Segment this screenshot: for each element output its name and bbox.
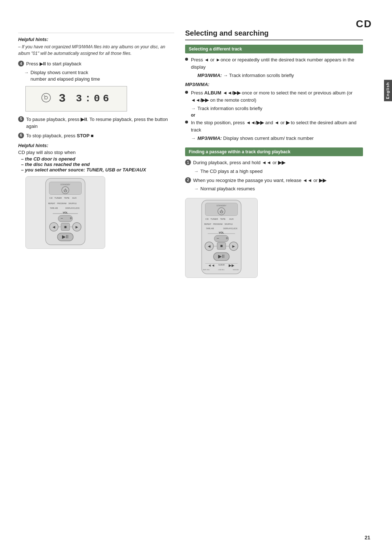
finding-step-2: 2 When you recognize the passage you wan… [185,177,363,184]
play-symbol: ▶ [40,61,43,66]
selecting-track-header: Selecting a different track [185,45,363,53]
top-divider [18,33,174,33]
svg-text:STANDBY: STANDBY [216,204,226,207]
bullet-1-content: Press ◄ or ►once or repeatedly until the… [191,56,363,70]
finding-step-2-sub-text: Normal playback resumes [200,186,255,191]
page-number: 21 [364,535,370,540]
bullet-2-content: Press ALBUM ◄◄/▶▶ once or more to select… [191,89,363,104]
svg-text:USB REC: USB REC [218,269,225,271]
svg-text:ALBUM: ALBUM [218,264,224,266]
display-track: 3 [59,92,69,105]
bullet-3-content: In the stop position, press ◄◄/▶▶ and ◄ … [191,119,363,133]
pause-symbol: II [43,61,46,66]
svg-text:■: ■ [64,224,66,230]
helpful-hints-1-text: – If you have not organized MP3/WMA file… [18,44,174,57]
svg-text:AUX: AUX [229,218,234,220]
svg-text:STANDBY: STANDBY [60,183,70,186]
svg-text:▶II: ▶II [218,254,224,259]
svg-text:AUX: AUX [72,197,77,199]
helpful-hints-1-title: Helpful hints: [18,37,174,42]
bullet-1-sub: MP3/WMA: → Track information scrolls bri… [191,73,363,78]
display-time: 3:06 [76,93,112,104]
svg-text:▶▶: ▶▶ [229,263,234,267]
arrow-b1 [191,73,196,78]
step-6: 6 To stop playback, press STOP ■ [18,132,174,139]
arrow-b2: → [191,106,196,111]
remote-image-right: STANDBY ⏻ CD TUNER TAPE AUX REPEAT PROGR… [185,198,258,278]
remote-image-left: STANDBY ⏻ CD TUNER TAPE AUX REPEAT PROGR… [25,176,105,249]
svg-text:▶II: ▶II [62,234,68,239]
step-4-sub1: → Display shows current track [24,70,174,75]
svg-text:TUNER: TUNER [54,197,62,199]
svg-text:REPEAT: REPEAT [204,223,211,225]
arrow-1: → [24,70,29,75]
svg-text:⏻: ⏻ [64,189,67,193]
svg-text:−: − [217,236,219,241]
svg-text:−: − [61,216,63,221]
svg-text:PROGRAM: PROGRAM [213,223,222,225]
step-5-content: To pause playback, press ▶II. To resume … [26,116,174,130]
helpful-hints-2-b2: – the disc has reached the end [21,162,174,167]
left-column: Helpful hints: – If you have not organiz… [18,29,174,281]
bullet-3-sub: → MP3/WMA: Display shows current album/ … [191,135,363,141]
display-icon: 8 ↻ [41,92,52,105]
svg-text:►: ► [232,244,236,249]
arrow-f1: → [194,169,199,174]
finding-step-2-num: 2 [185,177,191,183]
svg-text:◄: ◄ [207,244,211,249]
arrow-2 [24,76,29,82]
finding-passage-header: Finding a passage within a track during … [185,147,363,156]
bullet-2-sub1-text: Track information scrolls briefly [197,106,262,111]
step-4: 4 Press ▶II to start playback [18,60,174,68]
bullet-2-sub1: → Track information scrolls briefly [191,106,363,111]
svg-point-0 [42,93,50,102]
finding-step-1: 1 During playback, press and hold ◄◄ or … [185,159,363,166]
bullet-3-sub-text: MP3/WMA: Display shows current album/ tr… [197,135,314,141]
svg-text:TAPE REC: TAPE REC [203,269,210,271]
step-4-num: 4 [18,61,24,66]
step-4-sub2-text: number and elapsed playing time [30,76,100,82]
arrow-f2: → [194,186,199,191]
svg-text:⏻: ⏻ [220,210,223,214]
svg-text:DISPLAY/CLOCK: DISPLAY/CLOCK [223,228,238,230]
svg-text:REPEAT: REPEAT [48,203,55,204]
svg-text:8: 8 [44,95,48,97]
step-5: 5 To pause playback, press ▶II. To resum… [18,116,174,130]
helpful-hints-2-b3: – you select another source: TUNER, USB … [21,167,174,173]
bullet-1: Press ◄ or ►once or repeatedly until the… [185,56,363,70]
svg-text:TAPE A/B: TAPE A/B [50,207,58,209]
finding-step-1-sub-text: The CD plays at a high speed [200,169,262,174]
display-inner: 8 ↻ 3 3:06 [41,92,112,105]
step-6-num: 6 [18,133,24,138]
display-box: 8 ↻ 3 3:06 [25,86,127,112]
finding-step-2-sub: → Normal playback resumes [194,186,363,191]
svg-text:SHUFFLE: SHUFFLE [69,203,77,204]
step-4-content: Press ▶II to start playback [26,60,81,68]
section-title: Selecting and searching [185,29,363,40]
svg-text:TAPE: TAPE [64,197,69,199]
svg-text:◄: ◄ [52,224,56,230]
arrow-b3: → [191,135,196,141]
mp3wma-subheading: MP3/WMA: [185,82,363,87]
svg-text:TUNER: TUNER [211,218,218,220]
svg-text:TAPE: TAPE [220,218,225,220]
finding-step-1-sub: → The CD plays at a high speed [194,169,363,174]
svg-text:SNOOZE: SNOOZE [233,269,239,271]
english-tab: English [384,80,392,101]
svg-text:◄◄: ◄◄ [208,263,215,267]
svg-text:►: ► [75,224,79,230]
finding-step-1-content: During playback, press and hold ◄◄ or ▶▶ [193,159,285,166]
svg-text:+: + [226,236,228,241]
bullet-3: In the stop position, press ◄◄/▶▶ and ◄ … [185,119,363,133]
helpful-hints-2-intro: CD play will also stop when [18,150,174,155]
step-4-sub2: number and elapsed playing time [24,76,174,82]
or-text: or [191,113,363,118]
helpful-hints-2-title: Helpful hints: [18,143,174,148]
svg-text:SHUFFLE: SHUFFLE [225,223,233,225]
svg-text:TAPE A/B: TAPE A/B [206,228,214,230]
svg-text:DISPLAY/CLOCK: DISPLAY/CLOCK [65,207,80,209]
cd-label: CD [356,18,372,30]
bullet-dot-3 [185,121,188,123]
finding-step-1-num: 1 [185,159,191,165]
svg-text:CD: CD [205,218,209,220]
